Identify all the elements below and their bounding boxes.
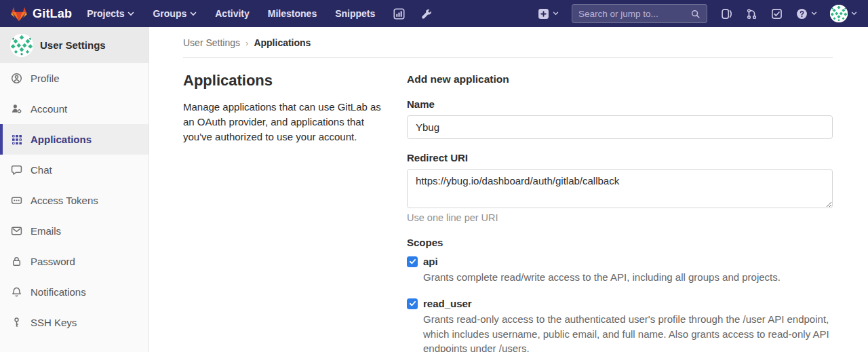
gitlab-home-link[interactable]: GitLab <box>11 6 72 22</box>
sidebar-item-ssh-keys[interactable]: SSH Keys <box>0 307 149 338</box>
nav-projects[interactable]: Projects <box>87 8 134 19</box>
notifications-icon <box>11 286 22 298</box>
access-tokens-icon <box>11 195 22 206</box>
breadcrumb-separator: › <box>245 38 248 48</box>
chevron-down-icon <box>553 12 559 16</box>
chevron-down-icon <box>811 12 817 16</box>
nav-snippets[interactable]: Snippets <box>335 8 375 19</box>
sidebar-item-notifications[interactable]: Notifications <box>0 277 149 307</box>
nav-extra-icons <box>393 7 432 20</box>
sidebar-item-label: Account <box>31 103 67 115</box>
scope-option-read-user: read_user Grants read-only access to the… <box>407 298 833 352</box>
search-icon[interactable] <box>690 9 701 19</box>
password-icon <box>11 256 22 267</box>
help-menu-button[interactable] <box>795 7 817 20</box>
top-navbar: GitLab Projects Groups Activity Mileston… <box>0 0 868 27</box>
applications-icon <box>11 134 22 145</box>
redirect-uri-help: Use one line per URI <box>407 212 833 223</box>
nav-groups[interactable]: Groups <box>153 8 197 19</box>
scope-description: Grants read-only access to the authentic… <box>423 312 833 352</box>
charts-icon[interactable] <box>393 7 405 20</box>
page-description: Manage applications that can use GitLab … <box>183 100 387 144</box>
sidebar-item-label: Notifications <box>31 286 86 298</box>
primary-nav: Projects Groups Activity Milestones Snip… <box>87 8 375 19</box>
search-input[interactable] <box>578 9 690 19</box>
plus-menu-icon <box>537 7 549 20</box>
chevron-down-icon <box>851 12 857 16</box>
page-title: Applications <box>183 72 387 90</box>
sidebar-item-label: Password <box>31 256 75 267</box>
navbar-right <box>537 4 857 23</box>
sidebar-title: User Settings <box>40 39 106 51</box>
section-intro: Applications Manage applications that ca… <box>183 71 387 352</box>
name-label: Name <box>407 98 833 110</box>
sidebar-nav: Profile Account Applications Chat Access… <box>0 63 149 338</box>
chat-icon <box>11 164 22 176</box>
brand-name: GitLab <box>33 7 72 21</box>
scope-description: Grants complete read/write access to the… <box>423 270 833 284</box>
avatar <box>10 34 33 57</box>
redirect-uri-textarea[interactable]: https://ybug.io/dashboard/auth/gitlab/ca… <box>407 169 833 208</box>
sidebar-item-password[interactable]: Password <box>0 246 149 277</box>
sidebar-item-profile[interactable]: Profile <box>0 63 149 94</box>
breadcrumb-applications: Applications <box>254 37 311 48</box>
sidebar-item-access-tokens[interactable]: Access Tokens <box>0 185 149 216</box>
name-input[interactable] <box>407 115 833 139</box>
wrench-icon[interactable] <box>420 7 432 20</box>
main-content: User Settings › Applications Application… <box>149 27 868 352</box>
todos-icon[interactable] <box>770 7 783 20</box>
sidebar-item-label: Chat <box>31 164 52 176</box>
scope-name: read_user <box>423 298 472 309</box>
redirect-uri-label: Redirect URI <box>407 152 833 163</box>
sidebar-header: User Settings <box>0 27 149 63</box>
chevron-down-icon <box>127 12 134 16</box>
read-user-checkbox[interactable] <box>407 298 418 309</box>
scope-option-api: api Grants complete read/write access to… <box>407 256 833 284</box>
help-icon <box>795 7 808 20</box>
merge-requests-icon[interactable] <box>745 7 757 20</box>
sidebar-item-account[interactable]: Account <box>0 94 149 124</box>
profile-icon <box>11 73 22 84</box>
add-application-form: Add new application Name Redirect URI ht… <box>407 71 833 352</box>
sidebar-item-label: Access Tokens <box>31 195 98 206</box>
sidebar-item-label: SSH Keys <box>31 317 77 328</box>
emails-icon <box>11 225 22 237</box>
breadcrumb: User Settings › Applications <box>183 27 833 58</box>
breadcrumb-user-settings[interactable]: User Settings <box>183 37 240 48</box>
issues-icon[interactable] <box>720 7 732 20</box>
user-menu-button[interactable] <box>830 5 857 22</box>
global-search[interactable] <box>572 4 707 23</box>
sidebar-item-label: Applications <box>31 134 92 145</box>
api-checkbox[interactable] <box>407 256 418 267</box>
nav-activity[interactable]: Activity <box>215 8 250 19</box>
sidebar-item-label: Profile <box>31 73 60 84</box>
user-avatar <box>830 5 848 22</box>
sidebar-item-label: Emails <box>31 225 61 237</box>
new-menu-button[interactable] <box>537 7 559 20</box>
scope-name: api <box>423 256 438 267</box>
gitlab-tanuki-logo-icon <box>11 6 27 22</box>
nav-milestones[interactable]: Milestones <box>268 8 317 19</box>
form-title: Add new application <box>407 73 833 85</box>
settings-sidebar: User Settings Profile Account Applicatio… <box>0 27 149 352</box>
ssh-keys-icon <box>11 317 22 328</box>
sidebar-item-chat[interactable]: Chat <box>0 155 149 185</box>
sidebar-item-emails[interactable]: Emails <box>0 216 149 246</box>
chevron-down-icon <box>190 12 197 16</box>
account-icon <box>11 103 22 115</box>
sidebar-item-applications[interactable]: Applications <box>0 124 149 155</box>
scopes-label: Scopes <box>407 237 833 248</box>
